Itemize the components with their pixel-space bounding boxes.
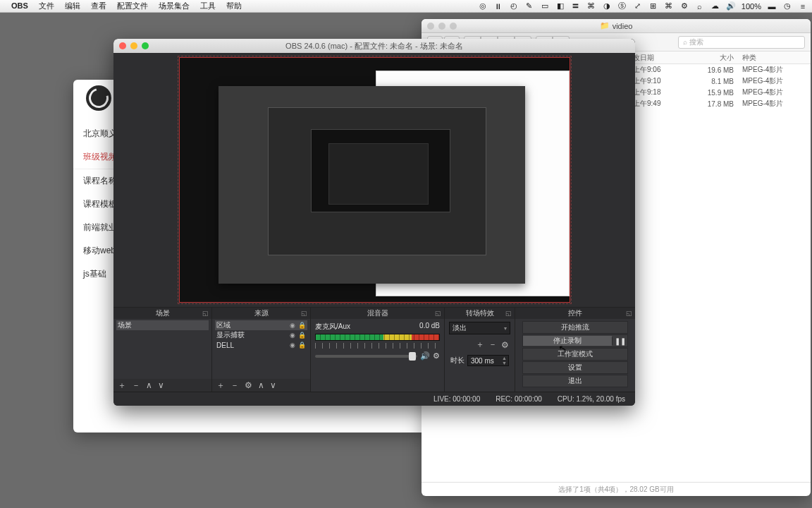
minimize-icon[interactable] <box>130 42 137 49</box>
studio-mode-button[interactable]: 工作室模式 <box>522 348 628 361</box>
popout-icon[interactable]: ◱ <box>301 310 307 317</box>
mixer-settings-icon[interactable]: ⚙ <box>433 351 440 361</box>
battery-text[interactable]: 100% <box>742 2 761 11</box>
status-icon[interactable]: ⓢ <box>617 1 627 11</box>
menu-view[interactable]: 查看 <box>91 1 106 10</box>
scene-up-button[interactable]: ∧ <box>146 380 152 390</box>
dock-header-scenes[interactable]: 场景◱ <box>113 308 211 319</box>
notification-center-icon[interactable]: ≡ <box>798 2 808 11</box>
menu-tools[interactable]: 工具 <box>200 1 216 10</box>
remove-transition-button[interactable]: － <box>488 339 497 351</box>
menu-profile[interactable]: 配置文件 <box>117 1 148 10</box>
popout-icon[interactable]: ◱ <box>202 310 209 317</box>
lock-icon[interactable]: 🔒 <box>295 322 306 329</box>
status-icon[interactable]: ◎ <box>478 1 488 11</box>
popout-icon[interactable]: ◱ <box>626 310 632 317</box>
duration-label: 时长 <box>450 356 465 365</box>
scene-down-button[interactable]: ∨ <box>158 380 164 390</box>
mixer-track-name: 麦克风/Aux <box>315 322 350 332</box>
close-icon[interactable] <box>119 42 126 49</box>
add-scene-button[interactable]: ＋ <box>118 380 126 392</box>
obs-preview[interactable] <box>113 53 635 307</box>
mixer-track-header: 麦克风/Aux 0.0 dB <box>314 320 441 332</box>
menubar-right: ◎ ⏸ ◴ ✎ ▭ ◧ 〓 ⌘ ◑ ⓢ ⤢ ⊞ ⌘ ⚙ ⌕ ☁ 🔊 100% ▬… <box>478 1 808 11</box>
status-icon[interactable]: 〓 <box>571 1 581 11</box>
sources-footer: ＋ － ⚙ ∧ ∨ <box>212 379 310 392</box>
col-size[interactable]: 大小 <box>693 53 742 63</box>
status-icon[interactable]: ⌘ <box>586 1 596 11</box>
wifi-icon[interactable]: ☁ <box>710 1 720 11</box>
mute-icon[interactable]: 🔊 <box>420 351 430 361</box>
source-down-button[interactable]: ∨ <box>270 380 276 390</box>
finder-traffic-lights[interactable] <box>427 23 457 30</box>
volume-slider[interactable] <box>315 355 417 358</box>
visibility-icon[interactable]: ◉ <box>287 332 295 339</box>
dock-header-transitions[interactable]: 转场特效◱ <box>445 308 515 319</box>
status-icon[interactable]: ⤢ <box>633 1 643 11</box>
scenes-footer: ＋ － ∧ ∨ <box>113 379 211 392</box>
spotlight-icon[interactable]: ⌕ <box>695 2 705 11</box>
folder-icon: 📁 <box>600 21 610 30</box>
finder-titlebar[interactable]: 📁 vidieo <box>422 19 811 33</box>
add-transition-button[interactable]: ＋ <box>476 339 484 351</box>
battery-icon[interactable]: ▬ <box>767 2 777 11</box>
mixer-slider-row: 🔊 ⚙ <box>314 351 441 361</box>
source-item[interactable]: DELL◉🔒 <box>215 340 307 350</box>
status-icon[interactable]: ⊞ <box>648 1 658 11</box>
scene-item[interactable]: 场景 <box>116 320 209 330</box>
preview-canvas[interactable] <box>179 57 570 303</box>
col-date[interactable]: 修改日期 <box>626 53 693 63</box>
obs-titlebar[interactable]: OBS 24.0.6 (mac) - 配置文件: 未命名 - 场景: 未命名 <box>113 39 635 53</box>
menu-scene-collection[interactable]: 场景集合 <box>159 1 190 10</box>
volume-icon[interactable]: 🔊 <box>726 1 736 11</box>
lock-icon[interactable]: 🔒 <box>295 341 306 349</box>
dock-header-controls[interactable]: 控件◱ <box>515 308 635 319</box>
col-kind[interactable]: 种类 <box>742 53 811 63</box>
source-item[interactable]: 区域◉🔒 <box>215 320 307 330</box>
remove-source-button[interactable]: － <box>230 380 239 392</box>
exit-button[interactable]: 退出 <box>522 375 628 387</box>
status-icon[interactable]: ▭ <box>540 1 550 11</box>
clock-icon[interactable]: ◷ <box>782 1 792 11</box>
dock-header-sources[interactable]: 来源◱ <box>212 308 310 319</box>
settings-button[interactable]: 设置 <box>522 361 628 374</box>
chevron-down-icon: ▾ <box>504 325 507 332</box>
obs-window[interactable]: OBS 24.0.6 (mac) - 配置文件: 未命名 - 场景: 未命名 场… <box>113 39 635 406</box>
audio-scale <box>315 343 440 349</box>
status-icon[interactable]: ⏸ <box>493 2 503 11</box>
obs-status-bar: LIVE: 00:00:00 REC: 00:00:00 CPU: 1.2%, … <box>113 392 635 406</box>
duration-stepper[interactable]: 300 ms▲▼ <box>467 355 509 366</box>
finder-search-input[interactable]: ⌕ 搜索 <box>678 36 805 49</box>
add-source-button[interactable]: ＋ <box>216 380 225 392</box>
visibility-icon[interactable]: ◉ <box>287 341 295 349</box>
status-icon[interactable]: ◴ <box>509 1 519 11</box>
dock-header-mixer[interactable]: 混音器◱ <box>311 308 444 319</box>
menu-file[interactable]: 文件 <box>39 1 54 10</box>
status-icon[interactable]: ⚙ <box>679 1 689 11</box>
zoom-icon[interactable] <box>142 42 149 49</box>
status-icon[interactable]: ◑ <box>602 1 612 11</box>
menu-edit[interactable]: 编辑 <box>65 1 80 10</box>
status-cpu: CPU: 1.2%, 20.00 fps <box>558 395 625 403</box>
source-up-button[interactable]: ∧ <box>258 380 264 390</box>
menu-help[interactable]: 帮助 <box>226 1 242 10</box>
app-name[interactable]: OBS <box>11 1 28 10</box>
stop-record-button[interactable]: 停止录制 <box>523 336 612 346</box>
start-stream-button[interactable]: 开始推流 <box>522 321 628 334</box>
remove-scene-button[interactable]: － <box>132 380 140 392</box>
status-icon[interactable]: ⌘ <box>664 1 674 11</box>
status-icon[interactable]: ✎ <box>524 1 534 11</box>
lock-icon[interactable]: 🔒 <box>295 332 306 339</box>
transition-select[interactable]: 淡出▾ <box>449 322 510 334</box>
transition-settings-button[interactable]: ⚙ <box>501 340 509 350</box>
popout-icon[interactable]: ◱ <box>505 310 512 317</box>
visibility-icon[interactable]: ◉ <box>287 322 295 329</box>
dock-sources: 来源◱ 区域◉🔒 显示捕获◉🔒 DELL◉🔒 ＋ － ⚙ ∧ ∨ <box>212 308 311 392</box>
source-settings-button[interactable]: ⚙ <box>245 380 252 390</box>
mixer-track-db: 0.0 dB <box>419 322 440 332</box>
status-icon[interactable]: ◧ <box>555 1 565 11</box>
obs-traffic-lights[interactable] <box>119 42 149 49</box>
pause-record-button[interactable]: ❚❚ <box>612 337 627 345</box>
source-item[interactable]: 显示捕获◉🔒 <box>215 330 307 340</box>
popout-icon[interactable]: ◱ <box>435 310 441 317</box>
